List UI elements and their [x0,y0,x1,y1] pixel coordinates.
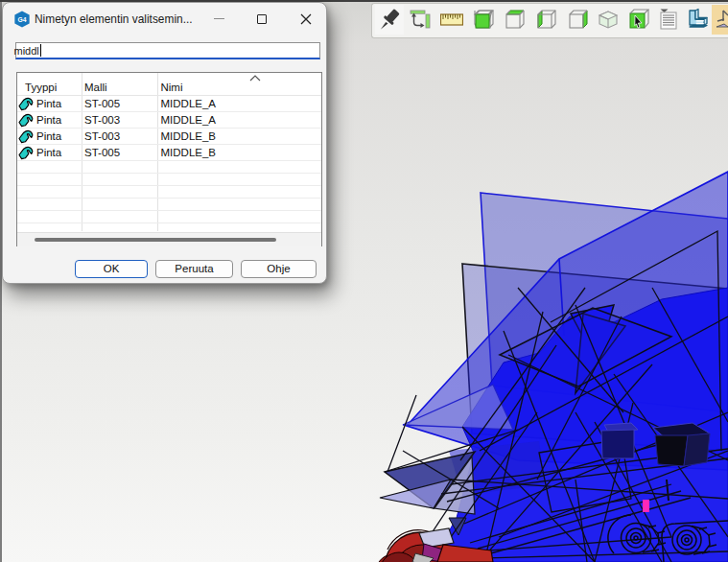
svg-text:G4: G4 [17,15,26,22]
